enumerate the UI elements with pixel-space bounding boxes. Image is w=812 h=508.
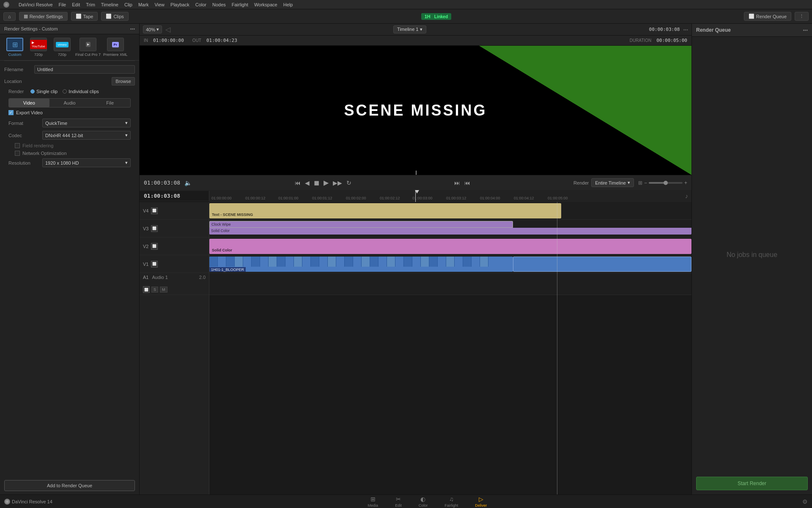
render-queue-button[interactable]: ⬜ Render Queue [744, 12, 791, 21]
codec-label: Codec [8, 133, 42, 138]
clip-v4-scene-missing[interactable]: Text - SCENE MISSING [209, 203, 561, 218]
clip-v1-blooper[interactable]: 1H01-1_BLOOPER [209, 257, 513, 272]
audio-db-value: 2.0 [199, 275, 206, 280]
menu-help[interactable]: Help [283, 2, 293, 7]
preset-custom[interactable]: ⊞ Custom [4, 38, 25, 57]
start-render-button[interactable]: Start Render [696, 477, 808, 490]
network-optimization-checkbox[interactable] [15, 151, 20, 156]
menu-nodes[interactable]: Nodes [212, 2, 226, 7]
individual-clips-option[interactable]: Individual clips [63, 89, 99, 94]
resolve-logo: DaVinci Resolve 14 [4, 499, 52, 505]
render-settings-button[interactable]: ▦ Render Settings [19, 12, 68, 21]
menu-workspace[interactable]: Workspace [254, 2, 277, 7]
nav-media[interactable]: ⊞ Media [359, 495, 387, 508]
resolution-row: Resolution 1920 x 1080 HD ▾ [4, 158, 135, 167]
add-to-queue-button[interactable]: Add to Render Queue [4, 480, 135, 491]
menu-file[interactable]: File [59, 2, 66, 7]
preset-fcp-label: Final Cut Pro 7 [75, 52, 101, 57]
settings-icon[interactable]: ⚙ [802, 498, 812, 505]
mute-button[interactable]: M [160, 287, 167, 293]
track-a1-icon[interactable]: ⬜ [143, 286, 150, 293]
zoom-plus-button[interactable]: + [684, 180, 687, 186]
filename-input[interactable] [34, 65, 135, 74]
tab-audio[interactable]: Audio [49, 99, 90, 107]
codec-select[interactable]: DNxHR 444 12-bit ▾ [42, 131, 131, 140]
render-mode-row: Render Single clip Individual clips [4, 89, 135, 94]
ruler-mark-10: 01:00:05:00 [548, 196, 568, 200]
menu-trim[interactable]: Trim [86, 2, 95, 7]
menu-bar: DaVinci Resolve File Edit Trim Timeline … [0, 0, 812, 9]
zoom-percent-dropdown[interactable]: 40% ▾ [143, 25, 162, 33]
menu-color[interactable]: Color [195, 2, 206, 7]
render-queue-more-button[interactable]: ••• [803, 28, 808, 33]
stop-button[interactable]: ◼ [314, 179, 319, 187]
vimeo-logo: vimeo [56, 42, 68, 47]
menu-clip[interactable]: Clip [124, 2, 132, 7]
fit-button[interactable]: ◁ [165, 25, 170, 33]
tape-icon: ⬜ [76, 14, 82, 19]
menu-mark[interactable]: Mark [138, 2, 148, 7]
render-label-sm: Render [573, 180, 589, 185]
single-clip-option[interactable]: Single clip [30, 89, 58, 94]
menu-timeline[interactable]: Timeline [101, 2, 118, 7]
menu-davinci[interactable]: DaVinci Resolve [19, 2, 53, 7]
home-button[interactable]: ⌂ [3, 12, 16, 21]
nav-color[interactable]: ◐ Color [410, 495, 436, 508]
clip-v1-blooper-label: 1H01-1_BLOOPER [209, 267, 246, 272]
viewer-more-button[interactable]: ••• [683, 27, 688, 32]
fairlight-nav-label: Fairlight [444, 503, 458, 508]
zoom-out-icon[interactable]: ⊞ [638, 180, 642, 186]
deliver-nav-label: Deliver [475, 503, 487, 508]
menu-fairlight[interactable]: Fairlight [232, 2, 248, 7]
prev-frame-button[interactable]: ◀ [305, 179, 310, 186]
render-option-dropdown[interactable]: Entire Timeline ▾ [591, 178, 634, 187]
go-to-start-button[interactable]: ⏮ [295, 179, 301, 186]
preset-youtube-label: 720p [34, 52, 43, 57]
render-label: Render [8, 89, 24, 94]
tab-video[interactable]: Video [9, 99, 49, 107]
go-to-end-button[interactable]: ⏭ [454, 179, 460, 186]
track-v2-icon[interactable]: ⬜ [151, 243, 158, 250]
track-v1-icon[interactable]: ⬜ [151, 261, 158, 268]
resolution-select[interactable]: 1920 x 1080 HD ▾ [42, 158, 131, 167]
preset-vimeo[interactable]: vimeo 720p [52, 38, 73, 57]
center-area: 40% ▾ ◁ Timeline 1 ▾ 00:00:03:08 ••• IN … [140, 24, 691, 494]
preset-fcp[interactable]: ▶ Final Cut Pro 7 [75, 38, 101, 57]
menu-playback[interactable]: Playback [170, 2, 189, 7]
menu-edit[interactable]: Edit [72, 2, 80, 7]
next-frame-button[interactable]: ▶▶ [333, 179, 342, 186]
volume-icon[interactable]: 🔈 [184, 179, 192, 186]
timeline-ruler[interactable]: 01:00:00:00 01:00:00:12 01:00:01:00 01:0… [209, 190, 691, 202]
track-v3-icon[interactable]: ⬜ [151, 225, 158, 232]
format-select[interactable]: QuickTime ▾ [42, 119, 131, 127]
zoom-minus-button[interactable]: − [644, 180, 647, 186]
clip-v2-solid-color[interactable]: Solid Color [209, 239, 691, 254]
timeline-name-display[interactable]: Timeline 1 ▾ [393, 25, 426, 33]
solo-button[interactable]: S [151, 287, 158, 293]
premiere-logo: Pr [112, 42, 119, 47]
nav-edit[interactable]: ✂ Edit [387, 495, 410, 508]
main-layout: Render Settings - Custom ••• ⊞ Custom ▶ … [0, 24, 812, 494]
loop-button[interactable]: ↻ [346, 179, 351, 186]
panel-more-button[interactable]: ••• [130, 26, 135, 31]
clips-button[interactable]: ⬜ Clips [101, 12, 128, 21]
zoom-slider[interactable] [649, 182, 683, 184]
clip-v3-clock-wipe[interactable]: Clock Wipe [209, 221, 513, 228]
export-video-checkbox[interactable]: ✓ [8, 110, 14, 115]
track-v4-icon[interactable]: ⬜ [151, 207, 158, 214]
clip-v1-selected[interactable] [513, 257, 691, 272]
field-rendering-checkbox[interactable] [15, 143, 20, 148]
play-button[interactable]: ▶ [324, 179, 329, 187]
clip-v3-solid-color[interactable]: Solid Color [209, 228, 691, 235]
nav-fairlight[interactable]: ♫ Fairlight [436, 495, 466, 508]
browse-button[interactable]: Browse [112, 77, 135, 86]
tape-button[interactable]: ⬜ Tape [71, 12, 98, 21]
preset-youtube[interactable]: ▶ YouTube 720p [28, 38, 49, 57]
mark-in-button[interactable]: ⏮ [464, 179, 470, 186]
preset-premiere[interactable]: Pr Premiere XML [103, 38, 128, 57]
more-options-button[interactable]: ⋮ [795, 12, 809, 21]
menu-view[interactable]: View [154, 2, 165, 7]
tab-file[interactable]: File [90, 99, 130, 107]
nav-deliver[interactable]: ▷ Deliver [466, 495, 495, 508]
resolution-label: Resolution [8, 160, 42, 166]
